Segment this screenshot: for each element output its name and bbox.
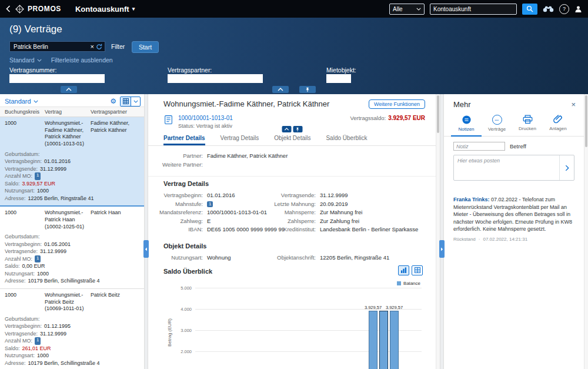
top-bar: PROMOS Kontoauskunft ▾ Alle ?	[0, 0, 588, 18]
start-button[interactable]: Start	[132, 41, 159, 53]
send-button[interactable]	[559, 155, 574, 180]
variant-dropdown[interactable]: Standard	[9, 56, 42, 64]
list-variant-dropdown[interactable]: Standard	[5, 98, 38, 105]
form-label: Mahnsperre:	[266, 208, 320, 217]
detail-value: 31.12.9999	[40, 330, 66, 338]
middle-scrollbar[interactable]	[436, 94, 440, 369]
vertragsnummer-input[interactable]	[9, 74, 105, 83]
mahnstufe-badge: 1	[207, 201, 213, 207]
clear-icon[interactable]: ×	[89, 44, 96, 50]
gear-icon[interactable]: ⚙	[110, 98, 116, 105]
collapse-list-button[interactable]	[61, 86, 77, 93]
help-icon[interactable]: ?	[559, 4, 569, 14]
chart-bar-label: 3.929,57	[386, 305, 403, 310]
notes-icon	[462, 115, 472, 125]
list-item[interactable]: 1000 Wohnungsmiet.-Patrick Haan (10002-1…	[0, 207, 144, 289]
detail-title: Wohnungsmiet.-Fadime Käthner, Patrick Kä…	[163, 99, 329, 108]
collapse-object-header-button[interactable]	[282, 126, 291, 132]
binoculars-icon[interactable]	[543, 5, 554, 12]
tab-drucken[interactable]: Drucken	[512, 112, 543, 136]
form-label: Nutzungsart:	[148, 254, 207, 262]
right-scrollbar[interactable]	[584, 94, 588, 369]
mietobjekt-input[interactable]	[326, 74, 351, 83]
chevron-down-icon	[37, 59, 42, 62]
chart-y-tick: 3.000	[166, 328, 192, 333]
pin-header-button[interactable]	[299, 86, 316, 93]
detail-label: Nutzungsart:	[5, 187, 35, 195]
bar-chart-toggle[interactable]	[398, 265, 409, 275]
collapse-left-panel-handle[interactable]	[143, 240, 149, 258]
detail-value: 01.12.1995	[44, 323, 71, 330]
object-header-controls	[282, 126, 302, 132]
cell-buchungskreis: 1000	[0, 120, 45, 148]
pin-icon	[305, 87, 310, 92]
detail-value: 01.01.2016	[44, 158, 71, 165]
detail-value: 1000	[37, 270, 49, 278]
chart-bar[interactable]	[369, 311, 377, 369]
filter-links: Standard Filterleiste ausblenden	[9, 56, 113, 64]
note-tag: Rückstand	[453, 236, 476, 242]
back-icon[interactable]	[6, 5, 11, 12]
vertragspartner-input[interactable]	[168, 74, 263, 83]
scope-select[interactable]: Alle	[389, 4, 425, 15]
form-value: Fadime Käthner, Patrick Käthner	[207, 152, 288, 161]
post-box[interactable]: Hier etwas posten	[453, 155, 574, 181]
tab-vertraege[interactable]: ••• Verträge	[482, 112, 512, 136]
list-tools: ⚙	[110, 97, 141, 107]
tab-label: Verträge	[488, 127, 506, 132]
contract-search-input[interactable]	[12, 43, 89, 51]
chart-bar-label: 3.929,57	[365, 305, 382, 310]
tab-saldo-ueberblick[interactable]: Saldo Überblick	[326, 131, 367, 145]
refresh-icon[interactable]	[96, 44, 102, 50]
form-value: 01.01.2016	[207, 191, 235, 200]
form-label: Letzte Mahnung:	[266, 200, 320, 209]
close-icon[interactable]: ×	[571, 101, 576, 108]
tab-partner-details[interactable]: Partner Details	[163, 131, 205, 145]
collapse-right-panel-handle[interactable]	[439, 240, 445, 258]
form-label: Mahnstufe:	[148, 200, 207, 209]
global-search-input[interactable]	[430, 4, 517, 15]
search-button[interactable]	[522, 4, 537, 15]
saldo-value: 0,00 EUR	[22, 262, 45, 270]
tab-notizen[interactable]: Notizen	[451, 112, 482, 137]
tab-label: Drucken	[519, 126, 536, 131]
detail-header: Wohnungsmiet.-Fadime Käthner, Patrick Kä…	[148, 94, 436, 109]
right-splitter[interactable]	[440, 94, 444, 369]
tab-anlagen[interactable]: Anlagen	[543, 112, 573, 136]
collapse-header-button[interactable]	[272, 86, 289, 93]
detail-label: Adresse:	[5, 360, 26, 367]
view-switch[interactable]	[120, 97, 141, 107]
list-item[interactable]: 1000 Wohnungsmiet.-Fadime Käthner, Patri…	[0, 117, 144, 207]
hide-filterbar-link[interactable]: Filterleiste ausblenden	[51, 56, 113, 64]
list-item[interactable]: 1000 Wohnungsmiet.-Patrick Beitz (10069-…	[0, 289, 144, 369]
tab-vertrag-details[interactable]: Vertrag Details	[220, 131, 259, 145]
form-label: Vertragsbeginn:	[148, 191, 207, 200]
chart-bar[interactable]	[379, 311, 388, 369]
cell-vertrag: Wohnungsmiet.-Patrick Haan (10002-1025-0…	[45, 210, 91, 230]
pin-icon	[296, 127, 300, 132]
form-value: 20.09.2019	[320, 200, 348, 209]
chart-y-tick: 5.000	[166, 285, 192, 291]
list-item-summary: 1000 Wohnungsmiet.-Patrick Beitz (10069-…	[0, 289, 144, 314]
chart-bar[interactable]	[390, 311, 399, 369]
brand-logo[interactable]: PROMOS	[15, 5, 61, 14]
column-header-vertragspartner: Vertragspartner	[91, 109, 144, 115]
list-item-details: Geburtsdatum: Vertragsbeginn:01.01.2016 …	[0, 149, 144, 206]
pin-object-header-button[interactable]	[293, 126, 302, 132]
cell-vertrag: Wohnungsmiet.-Patrick Beitz (10069-1011-…	[45, 292, 91, 313]
cell-buchungskreis: 1000	[0, 210, 45, 230]
detail-label: Saldo:	[5, 180, 20, 188]
more-functions-button[interactable]: Weitere Funktionen	[369, 99, 425, 109]
tab-objekt-details[interactable]: Objekt Details	[274, 131, 310, 145]
table-view-toggle[interactable]	[412, 265, 423, 275]
form-value: Landesbank Berlin - Berliner Sparkasse	[320, 225, 418, 234]
detail-label: Anzahl MO:	[5, 172, 32, 180]
legend-swatch	[397, 281, 401, 285]
left-splitter[interactable]	[144, 94, 148, 369]
notiz-input[interactable]	[453, 142, 505, 151]
app-title-menu[interactable]: Kontoauskunft ▾	[75, 5, 135, 14]
profile-icon[interactable]	[574, 5, 582, 13]
more-panel-tabs: Notizen ••• Verträge Drucken Anlagen	[444, 111, 584, 137]
contract-id-link[interactable]: 1000/10001-1013-01	[178, 115, 233, 121]
contracts-icon: •••	[492, 115, 502, 125]
